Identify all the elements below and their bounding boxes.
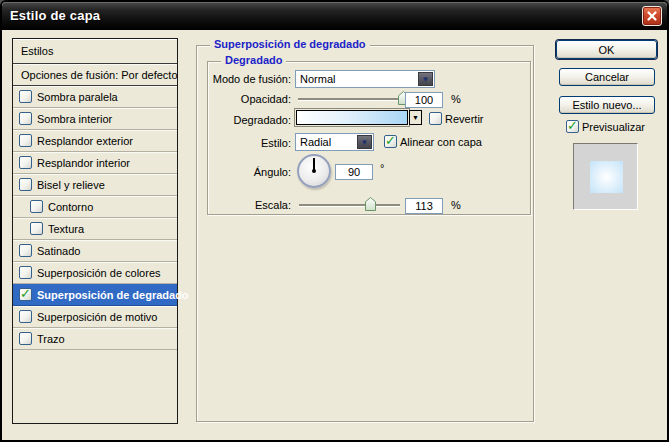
scale-unit: % <box>451 199 461 211</box>
reverse-label: Revertir <box>445 113 484 125</box>
blend-mode-dropdown[interactable]: Normal ▼ <box>295 70 435 88</box>
sidebar-item-label: Superposición de degradado <box>37 289 189 301</box>
sidebar-item-label: Estilos <box>21 45 53 57</box>
style-label: Estilo: <box>206 137 291 149</box>
chevron-down-icon[interactable]: ▼ <box>418 72 433 86</box>
checkbox-unchecked[interactable] <box>19 178 32 191</box>
preview-checkbox-group[interactable]: Previsualizar <box>566 120 645 133</box>
new-style-button[interactable]: Estilo nuevo... <box>559 96 655 114</box>
gradient-label: Degradado: <box>206 114 291 126</box>
gradient-overlay-group: Superposición de degradado Degradado Mod… <box>196 45 534 422</box>
checkbox-checked[interactable] <box>19 288 32 301</box>
checkbox-unchecked[interactable] <box>19 310 32 323</box>
reverse-checkbox[interactable] <box>429 112 442 125</box>
layer-style-dialog: Estilo de capa Estilos Opciones de fusió… <box>0 0 669 442</box>
sidebar-item-label: Bisel y relieve <box>37 179 105 191</box>
sidebar-item-resplandor-exterior[interactable]: Resplandor exterior <box>13 130 177 152</box>
dialog-body: Estilos Opciones de fusión: Por defecto … <box>2 30 667 440</box>
sidebar-item-label: Satinado <box>37 245 80 257</box>
sidebar-item-textura[interactable]: Textura <box>13 218 177 240</box>
align-with-layer-checkbox-group[interactable]: Alinear con capa <box>384 135 482 148</box>
angle-unit: ° <box>380 162 384 174</box>
style-dropdown[interactable]: Radial ▼ <box>295 133 374 151</box>
close-icon <box>647 11 657 21</box>
sidebar-item-label: Contorno <box>48 201 93 213</box>
sidebar-item-label: Opciones de fusión: Por defecto <box>21 69 178 81</box>
blend-mode-label: Modo de fusión: <box>206 73 291 85</box>
cancel-button[interactable]: Cancelar <box>559 68 655 86</box>
blend-mode-value: Normal <box>296 73 434 85</box>
scale-slider-thumb[interactable] <box>365 197 376 211</box>
gradient-picker-arrow-icon[interactable]: ▼ <box>409 110 422 125</box>
checkbox-unchecked[interactable] <box>19 112 32 125</box>
sidebar-item-label: Superposición de motivo <box>37 311 157 323</box>
gradient-preview-swatch <box>590 161 623 193</box>
scale-label: Escala: <box>206 199 291 211</box>
align-with-layer-checkbox[interactable] <box>384 135 397 148</box>
checkbox-unchecked[interactable] <box>19 90 32 103</box>
sidebar-item-sombra-paralela[interactable]: Sombra paralela <box>13 86 177 108</box>
opacity-value-input[interactable] <box>405 92 443 108</box>
checkbox-unchecked[interactable] <box>19 244 32 257</box>
opacity-slider-track[interactable] <box>298 98 406 100</box>
sidebar-item-label: Textura <box>48 223 84 235</box>
checkbox-unchecked[interactable] <box>19 134 32 147</box>
checkbox-unchecked[interactable] <box>30 200 43 213</box>
styles-list: Estilos Opciones de fusión: Por defecto … <box>12 38 178 424</box>
sidebar-item-superposicion-degradado[interactable]: Superposición de degradado <box>13 284 177 306</box>
sidebar-item-estilos[interactable]: Estilos <box>13 39 177 64</box>
angle-hub <box>312 169 316 173</box>
checkbox-unchecked[interactable] <box>19 266 32 279</box>
gradient-settings-group: Degradado Modo de fusión: Normal ▼ Opaci… <box>207 61 531 215</box>
close-button[interactable] <box>642 6 662 26</box>
sidebar-empty-area <box>13 350 177 423</box>
gradient-picker: ▼ <box>296 110 422 125</box>
sidebar-item-label: Superposición de colores <box>37 267 161 279</box>
sidebar-item-label: Sombra paralela <box>37 91 118 103</box>
sidebar-item-superposicion-motivo[interactable]: Superposición de motivo <box>13 306 177 328</box>
sidebar-item-satinado[interactable]: Satinado <box>13 240 177 262</box>
sidebar-item-label: Sombra interior <box>37 113 112 125</box>
angle-dial[interactable] <box>297 154 331 188</box>
preview-checkbox[interactable] <box>566 120 579 133</box>
checkbox-unchecked[interactable] <box>30 222 43 235</box>
checkbox-unchecked[interactable] <box>19 156 32 169</box>
scale-value-input[interactable] <box>405 198 443 214</box>
angle-label: Ángulo: <box>206 166 291 178</box>
sidebar-item-trazo[interactable]: Trazo <box>13 328 177 350</box>
sidebar-item-sombra-interior[interactable]: Sombra interior <box>13 108 177 130</box>
style-preview-well <box>573 143 638 210</box>
preview-label: Previsualizar <box>582 121 645 133</box>
ok-button[interactable]: OK <box>556 40 657 59</box>
inner-group-title: Degradado <box>221 54 286 66</box>
titlebar[interactable]: Estilo de capa <box>2 2 667 30</box>
sidebar-item-label: Resplandor interior <box>37 157 130 169</box>
opacity-label: Opacidad: <box>206 93 291 105</box>
sidebar-item-label: Trazo <box>37 333 65 345</box>
dialog-title: Estilo de capa <box>10 8 100 23</box>
chevron-down-icon[interactable]: ▼ <box>357 135 372 149</box>
sidebar-item-opciones-fusion[interactable]: Opciones de fusión: Por defecto <box>13 64 177 86</box>
slider-thumb-icon <box>365 197 376 211</box>
scale-slider-track[interactable] <box>299 204 400 206</box>
reverse-checkbox-group[interactable]: Revertir <box>429 112 484 125</box>
sidebar-item-contorno[interactable]: Contorno <box>13 196 177 218</box>
align-with-layer-label: Alinear con capa <box>400 136 482 148</box>
sidebar-item-label: Resplandor exterior <box>37 135 133 147</box>
angle-value-input[interactable] <box>335 164 373 180</box>
opacity-unit: % <box>451 93 461 105</box>
sidebar-item-bisel-y-relieve[interactable]: Bisel y relieve <box>13 174 177 196</box>
gradient-preview-bar[interactable] <box>296 110 408 125</box>
sidebar-item-superposicion-colores[interactable]: Superposición de colores <box>13 262 177 284</box>
sidebar-item-resplandor-interior[interactable]: Resplandor interior <box>13 152 177 174</box>
checkbox-unchecked[interactable] <box>19 332 32 345</box>
group-title: Superposición de degradado <box>210 38 370 50</box>
